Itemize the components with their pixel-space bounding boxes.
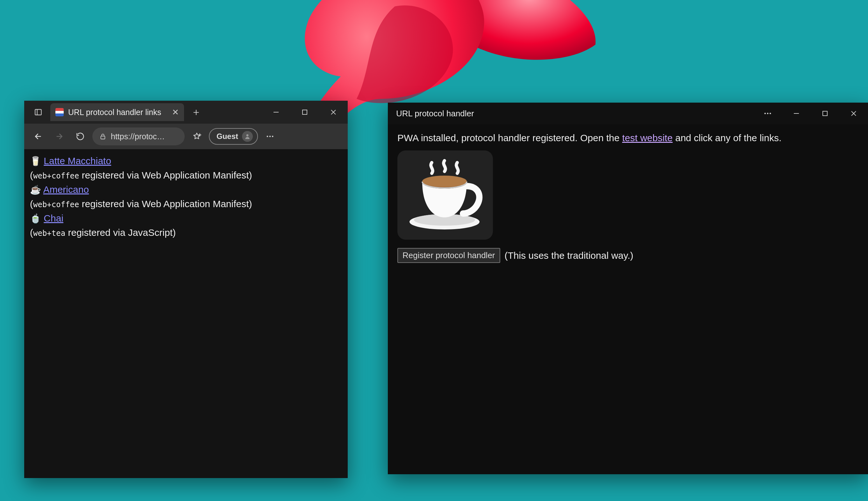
browser-toolbar: https://protoc… Guest (24, 124, 348, 149)
maximize-button[interactable] (290, 102, 319, 122)
tab-actions-button[interactable] (29, 103, 48, 121)
pwa-titlebar: URL protocol handler (388, 103, 868, 124)
address-text: https://protoc… (111, 132, 165, 141)
svg-point-9 (267, 136, 268, 137)
pwa-more-button[interactable] (754, 104, 782, 123)
tab-title: URL protocol handler links (68, 108, 167, 117)
lock-icon (99, 132, 106, 140)
link-row: ☕ Americano (web+coffee registered via W… (30, 182, 342, 211)
register-aside: (This uses the traditional way.) (505, 249, 634, 262)
test-website-link[interactable]: test website (622, 132, 672, 143)
browser-tab[interactable]: URL protocol handler links ✕ (50, 103, 184, 121)
pwa-content: PWA installed, protocol handler register… (388, 124, 868, 270)
tea-icon: 🍵 (30, 214, 41, 223)
link-sub: (web+tea registered via JavaScript) (30, 225, 342, 240)
svg-point-13 (767, 113, 769, 115)
profile-label: Guest (217, 132, 238, 141)
svg-point-8 (246, 134, 249, 136)
link-row: 🥛 Latte Macchiato (web+coffee registered… (30, 153, 342, 182)
avatar-icon (242, 131, 253, 142)
link-row: 🍵 Chai (web+tea registered via JavaScrip… (30, 211, 342, 240)
link-latte[interactable]: Latte Macchiato (44, 156, 111, 166)
address-bar[interactable]: https://protoc… (92, 127, 185, 145)
svg-point-10 (270, 136, 271, 137)
back-button[interactable] (29, 127, 47, 145)
link-chai[interactable]: Chai (44, 213, 63, 223)
tab-favicon (55, 108, 64, 116)
tab-close-icon[interactable]: ✕ (172, 107, 179, 117)
forward-button[interactable] (50, 127, 68, 145)
svg-point-14 (770, 113, 771, 115)
pwa-window: URL protocol handler PWA installed, prot… (388, 103, 868, 474)
browser-titlebar: URL protocol handler links ✕ ＋ (24, 101, 348, 124)
maximize-button[interactable] (811, 104, 839, 123)
svg-point-22 (422, 175, 467, 187)
link-americano[interactable]: Americano (43, 184, 89, 195)
action-row: Register protocol handler (This uses the… (397, 248, 858, 263)
browser-window: URL protocol handler links ✕ ＋ https://p… (24, 101, 348, 478)
coffee-cup-image (397, 150, 493, 240)
pwa-message: PWA installed, protocol handler register… (397, 131, 858, 145)
pwa-title: URL protocol handler (396, 109, 474, 119)
refresh-button[interactable] (71, 127, 89, 145)
close-button[interactable] (319, 102, 348, 122)
browser-content: 🥛 Latte Macchiato (web+coffee registered… (24, 149, 348, 244)
glass-icon: 🥛 (30, 156, 41, 166)
favorites-button[interactable] (188, 127, 206, 145)
minimize-button[interactable] (262, 102, 290, 122)
close-button[interactable] (839, 104, 868, 123)
new-tab-button[interactable]: ＋ (187, 105, 205, 119)
link-sub: (web+coffee registered via Web Applicati… (30, 168, 342, 182)
more-button[interactable] (261, 127, 279, 145)
svg-rect-16 (823, 111, 827, 116)
link-sub: (web+coffee registered via Web Applicati… (30, 196, 342, 211)
profile-button[interactable]: Guest (209, 128, 258, 145)
svg-rect-5 (101, 136, 105, 139)
svg-rect-0 (35, 109, 41, 115)
svg-rect-2 (303, 110, 307, 115)
svg-point-11 (272, 136, 274, 137)
minimize-button[interactable] (782, 104, 811, 123)
svg-point-12 (765, 113, 766, 115)
coffee-icon: ☕ (30, 185, 41, 195)
register-protocol-button[interactable]: Register protocol handler (397, 248, 500, 263)
